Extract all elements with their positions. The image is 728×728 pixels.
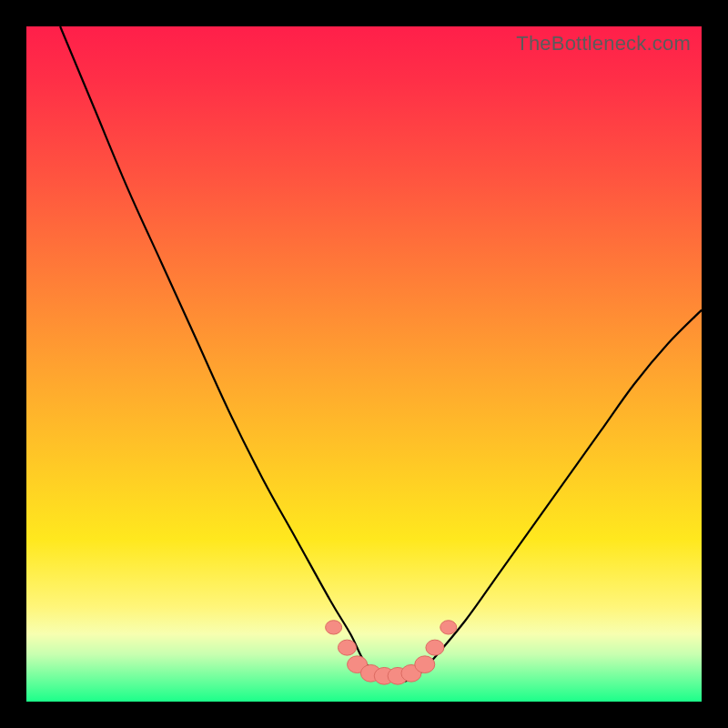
curve-markers [326, 621, 457, 684]
chart-plot-area: TheBottleneck.com [26, 26, 702, 702]
curve-marker [338, 640, 356, 655]
curve-marker [415, 656, 435, 673]
curve-marker [426, 640, 444, 655]
bottleneck-curve [60, 26, 702, 682]
bottleneck-curve-svg [26, 26, 702, 702]
chart-frame: TheBottleneck.com [0, 0, 728, 728]
curve-marker [440, 621, 457, 634]
curve-marker [326, 621, 342, 634]
